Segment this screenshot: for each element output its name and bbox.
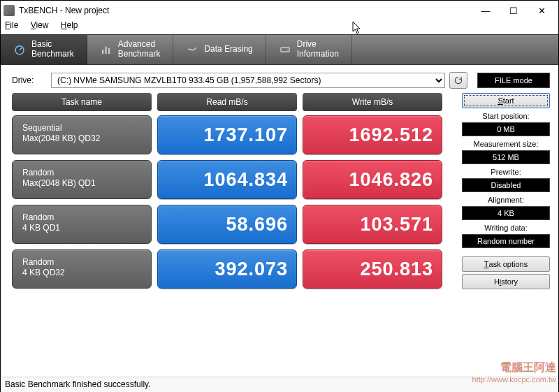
table-row: Random 4 KB QD1 58.696 103.571 [12, 205, 455, 244]
svg-rect-2 [102, 50, 103, 54]
header-write: Write mB/s [303, 93, 442, 111]
drive-icon [279, 43, 291, 56]
menu-view[interactable]: View [31, 20, 49, 30]
task-name-cell: Random 4 KB QD32 [12, 249, 152, 289]
write-value: 250.813 [303, 249, 442, 289]
tab-data-erasing[interactable]: Data Erasing [173, 35, 266, 64]
start-position-label: Start position: [462, 110, 550, 120]
maximize-button[interactable]: ☐ [500, 6, 528, 16]
writing-data-label: Writing data: [462, 222, 550, 232]
prewrite-value[interactable]: Disabled [462, 178, 550, 192]
read-value: 1737.107 [157, 115, 297, 154]
writing-data-value[interactable]: Random number [462, 234, 550, 248]
start-button[interactable]: Start [462, 93, 550, 108]
tab-advanced-benchmark[interactable]: AdvancedBenchmark [87, 35, 174, 64]
tab-label: Data Erasing [204, 45, 252, 55]
drive-select[interactable]: (C:) NVMe SAMSUNG MZVLB1T0 933.45 GB (1,… [51, 73, 445, 88]
table-row: Random 4 KB QD32 392.073 250.813 [12, 249, 455, 289]
tab-label: BasicBenchmark [31, 40, 74, 59]
status-bar: Basic Benchmark finished successfully. [1, 377, 558, 392]
close-button[interactable]: ✕ [528, 6, 556, 16]
task-name-cell: Sequential Max(2048 KB) QD32 [12, 115, 152, 154]
tab-drive-information[interactable]: DriveInformation [266, 35, 352, 64]
svg-rect-4 [108, 48, 110, 54]
menu-help[interactable]: Help [61, 20, 78, 30]
drive-label: Drive: [12, 75, 51, 85]
write-value: 1046.826 [303, 160, 442, 199]
svg-line-1 [20, 48, 22, 50]
refresh-icon [453, 75, 463, 85]
app-icon [3, 5, 15, 16]
tab-label: DriveInformation [297, 40, 339, 59]
bars-icon [100, 43, 112, 56]
refresh-button[interactable] [449, 72, 467, 89]
task-name-cell: Random Max(2048 KB) QD1 [12, 160, 152, 199]
read-value: 1064.834 [157, 160, 297, 199]
read-value: 58.696 [157, 205, 297, 244]
measurement-size-value[interactable]: 512 MB [462, 150, 550, 164]
header-task: Task name [12, 93, 152, 111]
svg-point-6 [287, 49, 289, 50]
menu-file[interactable]: File [5, 20, 18, 30]
table-row: Random Max(2048 KB) QD1 1064.834 1046.82… [12, 160, 455, 199]
alignment-value[interactable]: 4 KB [462, 206, 550, 220]
erase-icon [186, 43, 198, 56]
window-title: TxBENCH - New project [19, 6, 472, 15]
read-value: 392.073 [157, 249, 297, 289]
svg-rect-3 [105, 47, 106, 55]
task-options-button[interactable]: Task options [462, 256, 550, 272]
gauge-icon [13, 43, 26, 56]
tab-basic-benchmark[interactable]: BasicBenchmark [1, 35, 87, 64]
header-read: Read mB/s [157, 93, 297, 111]
task-name-cell: Random 4 KB QD1 [12, 205, 152, 244]
history-button[interactable]: History [462, 274, 550, 289]
alignment-label: Alignment: [462, 194, 550, 204]
write-value: 103.571 [303, 205, 442, 244]
table-row: Sequential Max(2048 KB) QD32 1737.107 16… [12, 115, 455, 154]
prewrite-label: Prewrite: [462, 166, 550, 176]
write-value: 1692.512 [303, 115, 442, 154]
minimize-button[interactable]: — [472, 6, 500, 16]
start-position-value[interactable]: 0 MB [462, 122, 550, 136]
tab-label: AdvancedBenchmark [118, 40, 161, 59]
measurement-size-label: Measurement size: [462, 138, 550, 148]
file-mode-button[interactable]: FILE mode [477, 73, 550, 88]
